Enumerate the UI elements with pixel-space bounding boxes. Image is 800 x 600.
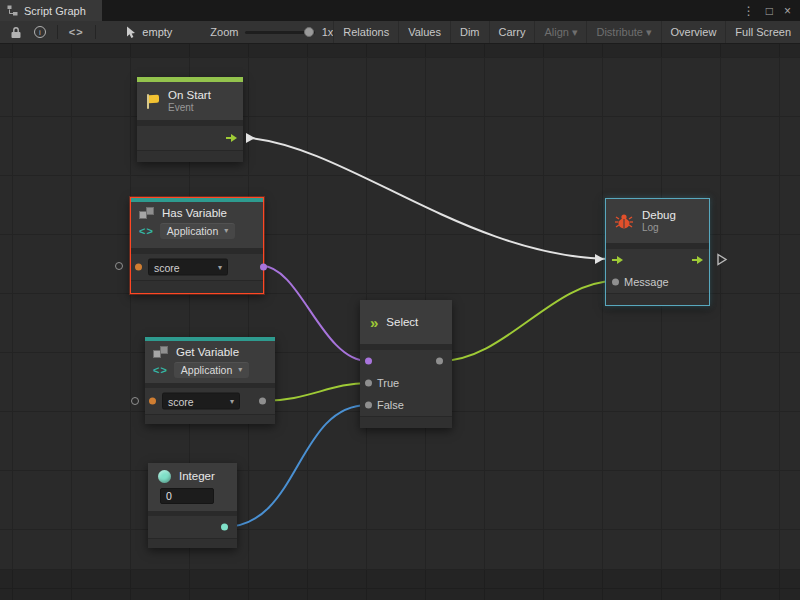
- bug-icon: [614, 213, 634, 230]
- tab-script-graph[interactable]: Script Graph: [0, 0, 102, 21]
- true-input-port[interactable]: [365, 380, 372, 387]
- integer-value-input[interactable]: 0: [160, 488, 214, 504]
- variable-boxes-icon: [153, 346, 170, 359]
- align-button: Align ▾: [534, 21, 586, 43]
- node-footer: [145, 414, 275, 424]
- close-icon[interactable]: ×: [784, 5, 791, 17]
- kebab-menu-icon[interactable]: ⋮: [743, 5, 755, 17]
- distribute-button: Distribute ▾: [586, 21, 660, 43]
- value-output-port[interactable]: [259, 398, 266, 405]
- chevron-down-icon: ▾: [232, 366, 242, 374]
- info-icon[interactable]: i: [28, 21, 52, 43]
- value-output-port[interactable]: [221, 524, 228, 531]
- code-view-icon[interactable]: <>: [63, 21, 90, 43]
- toolbar-buttons: Relations Values Dim Carry Align ▾ Distr…: [333, 21, 800, 43]
- toolbar-separator: [95, 25, 96, 39]
- graph-icon: [7, 5, 18, 16]
- message-input-port[interactable]: [612, 279, 619, 286]
- selection-label: empty: [142, 26, 172, 38]
- message-label: Message: [624, 276, 669, 288]
- title-bar: Script Graph ⋮ □ ×: [0, 0, 800, 21]
- tab-title: Script Graph: [24, 5, 86, 17]
- false-input-port[interactable]: [365, 402, 372, 409]
- graph-toolbar: i <> empty Zoom 1x Relations Values Dim …: [0, 21, 800, 44]
- wire-end-arrow: [595, 254, 604, 264]
- scope-value: Application: [167, 225, 218, 237]
- continue-flow-outline-arrow: [716, 253, 728, 266]
- zoom-slider-knob[interactable]: [304, 27, 314, 37]
- unconnected-input-ring[interactable]: [115, 262, 123, 270]
- node-title: On Start: [168, 88, 211, 102]
- result-output-port[interactable]: [260, 264, 267, 271]
- node-select[interactable]: » Select True False: [360, 300, 452, 428]
- info-glyph: i: [34, 26, 46, 38]
- flow-output-port[interactable]: [692, 256, 703, 264]
- chevron-down-icon: ▾: [218, 227, 228, 235]
- values-button[interactable]: Values: [398, 21, 450, 43]
- condition-input-port[interactable]: [365, 358, 372, 365]
- variable-name-value: score: [154, 261, 180, 273]
- integer-icon: [158, 470, 171, 483]
- false-label: False: [377, 399, 404, 411]
- node-subtitle: Event: [168, 102, 211, 114]
- node-footer: [137, 150, 243, 162]
- wire-start-arrow: [246, 133, 255, 143]
- variable-name-input-port[interactable]: [149, 398, 156, 405]
- canvas-top-edge: [0, 44, 800, 57]
- lock-icon[interactable]: [4, 21, 28, 43]
- full-screen-button[interactable]: Full Screen: [725, 21, 800, 43]
- node-title: Get Variable: [176, 345, 239, 359]
- variable-name-value: score: [168, 395, 194, 407]
- flow-input-port[interactable]: [612, 256, 623, 264]
- scope-dropdown[interactable]: Application ▾: [160, 223, 235, 239]
- zoom-label: Zoom: [210, 26, 238, 38]
- node-title: Select: [386, 315, 418, 329]
- overview-button[interactable]: Overview: [661, 21, 726, 43]
- node-footer: [606, 293, 709, 305]
- scope-dropdown[interactable]: Application ▾: [174, 362, 249, 378]
- node-title: Debug: [642, 208, 676, 222]
- window-controls: ⋮ □ ×: [743, 0, 800, 21]
- node-on-start[interactable]: On Start Event: [137, 77, 243, 162]
- integer-value: 0: [166, 490, 172, 502]
- node-debug-log[interactable]: Debug Log Message: [605, 198, 710, 306]
- zoom-slider[interactable]: [245, 31, 314, 34]
- carry-button[interactable]: Carry: [489, 21, 535, 43]
- node-footer: [131, 280, 263, 293]
- node-integer[interactable]: Integer 0: [148, 463, 237, 548]
- true-label: True: [377, 377, 399, 389]
- node-title: Integer: [179, 469, 215, 483]
- variable-boxes-icon: [139, 207, 156, 220]
- dim-button[interactable]: Dim: [450, 21, 489, 43]
- flow-output-port[interactable]: [226, 134, 237, 142]
- zoom-value: 1x: [322, 26, 334, 38]
- cursor-icon: [126, 26, 137, 39]
- canvas-bottom-edge: [0, 569, 800, 600]
- node-footer: [148, 538, 237, 548]
- unconnected-input-ring[interactable]: [131, 397, 139, 405]
- node-has-variable[interactable]: Has Variable <> Application ▾ score ▾: [130, 197, 264, 294]
- chevron-down-icon: ▾: [224, 397, 234, 405]
- maximize-icon[interactable]: □: [766, 5, 773, 17]
- scope-value: Application: [181, 364, 232, 376]
- code-icon: <>: [153, 364, 168, 376]
- relations-button[interactable]: Relations: [333, 21, 398, 43]
- chevron-down-icon: ▾: [212, 263, 222, 271]
- selection-indicator: empty: [126, 26, 172, 39]
- node-title: Has Variable: [162, 206, 227, 220]
- variable-name-input-port[interactable]: [135, 264, 142, 271]
- variable-name-dropdown[interactable]: score ▾: [162, 393, 240, 410]
- node-footer: [360, 416, 452, 428]
- flag-icon: [146, 94, 160, 109]
- select-icon: »: [370, 315, 378, 330]
- node-get-variable[interactable]: Get Variable <> Application ▾ score ▾: [145, 337, 275, 424]
- node-subtitle: Log: [642, 222, 676, 234]
- toolbar-separator: [57, 25, 58, 39]
- code-icon: <>: [139, 225, 154, 237]
- selection-output-port[interactable]: [436, 358, 443, 365]
- variable-name-dropdown[interactable]: score ▾: [148, 259, 228, 276]
